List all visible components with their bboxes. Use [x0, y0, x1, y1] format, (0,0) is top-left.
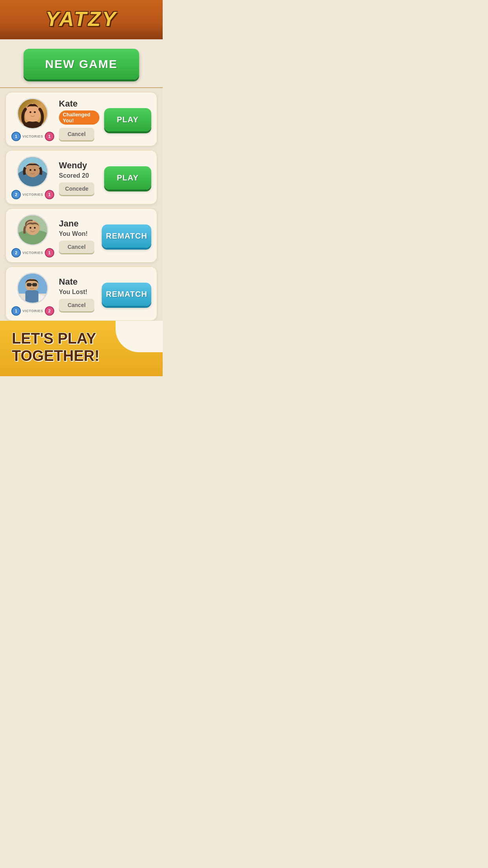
victory-badge-right: 1: [45, 132, 54, 141]
header: YATZY: [0, 0, 163, 39]
games-list: 1 VICTORIES 1 Kate Challenged You! Cance…: [0, 88, 163, 325]
play-button[interactable]: PLAY: [104, 108, 151, 131]
cancel-button[interactable]: Cancel: [59, 241, 94, 253]
victories-row-nate: 1 VICTORIES 2: [11, 306, 54, 316]
player-name: Jane: [59, 219, 97, 229]
svg-point-8: [34, 169, 36, 171]
cancel-button[interactable]: Cancel: [59, 299, 94, 311]
svg-point-12: [34, 227, 36, 229]
list-item: 2 VICTORIES 1 Wendy Scored 20 Concede PL…: [6, 150, 157, 204]
svg-point-3: [30, 111, 32, 113]
victory-badge-left: 2: [11, 190, 21, 199]
list-item: 1 VICTORIES 1 Kate Challenged You! Cance…: [6, 92, 157, 146]
victory-badge-right: 1: [45, 248, 54, 257]
svg-point-7: [30, 169, 32, 171]
avatar: [17, 98, 48, 129]
victory-badge-right: 1: [45, 190, 54, 199]
svg-point-11: [30, 227, 32, 229]
list-item: 1 VICTORIES 2 Nate You Lost! Cancel REMA…: [6, 267, 157, 321]
avatar-section-jane: 2 VICTORIES 1: [11, 214, 54, 257]
avatar: [17, 272, 48, 304]
player-name: Wendy: [59, 160, 99, 171]
avatar-section-kate: 1 VICTORIES 1: [11, 98, 54, 141]
new-game-button[interactable]: NEW GAME: [24, 49, 139, 79]
new-game-section: NEW GAME: [0, 39, 163, 88]
victories-label: VICTORIES: [22, 309, 43, 313]
victories-row-kate: 1 VICTORIES 1: [11, 132, 54, 141]
play-button[interactable]: PLAY: [104, 166, 151, 189]
svg-rect-16: [27, 283, 32, 286]
victories-label: VICTORIES: [22, 134, 43, 138]
card-content-jane: Jane You Won! Cancel: [59, 219, 97, 253]
avatar-section-nate: 1 VICTORIES 2: [11, 272, 54, 316]
card-content-nate: Nate You Lost! Cancel: [59, 277, 97, 311]
victory-badge-left: 2: [11, 248, 21, 257]
rematch-button[interactable]: REMATCH: [102, 283, 151, 306]
svg-rect-17: [32, 283, 37, 286]
card-content-kate: Kate Challenged You! Cancel: [59, 99, 99, 140]
victories-label: VICTORIES: [22, 193, 43, 197]
victory-badge-left: 1: [11, 306, 21, 316]
bottom-banner: LET'S PLAY TOGETHER!: [0, 321, 163, 376]
victory-badge-left: 1: [11, 132, 21, 141]
rematch-button[interactable]: REMATCH: [102, 224, 151, 248]
victories-row-jane: 2 VICTORIES 1: [11, 248, 54, 257]
player-name: Kate: [59, 99, 99, 109]
app-title: YATZY: [8, 7, 155, 31]
cancel-button[interactable]: Cancel: [59, 128, 94, 140]
svg-point-4: [34, 111, 36, 113]
game-status: You Won!: [59, 230, 97, 237]
victories-row-wendy: 2 VICTORIES 1: [11, 190, 54, 199]
victory-badge-right: 2: [45, 306, 54, 316]
concede-button[interactable]: Concede: [59, 182, 94, 195]
card-content-wendy: Wendy Scored 20 Concede: [59, 160, 99, 195]
avatar: [17, 156, 48, 188]
game-status: You Lost!: [59, 289, 97, 296]
game-status: Scored 20: [59, 172, 99, 179]
avatar: [17, 214, 48, 246]
player-name: Nate: [59, 277, 97, 287]
list-item: 2 VICTORIES 1 Jane You Won! Cancel REMAT…: [6, 208, 157, 263]
victories-label: VICTORIES: [22, 251, 43, 255]
avatar-section-wendy: 2 VICTORIES 1: [11, 156, 54, 199]
challenge-badge: Challenged You!: [59, 110, 99, 125]
